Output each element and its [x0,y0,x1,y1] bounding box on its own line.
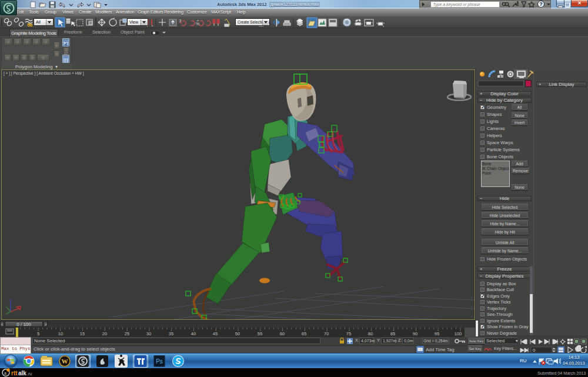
svg-text:80: 80 [368,331,373,336]
svg-text:100: 100 [455,331,462,336]
svg-text:85: 85 [390,331,395,336]
svg-text:35: 35 [169,331,173,336]
svg-text:40: 40 [191,331,196,336]
svg-text:15: 15 [80,331,85,336]
svg-text:%: % [196,22,199,26]
svg-text:W: W [62,358,68,365]
svg-text:rtt: rtt [11,370,18,376]
svg-text:5: 5 [37,331,39,336]
svg-text:65: 65 [302,331,306,336]
svg-text:.ru: .ru [27,372,32,376]
svg-text:50: 50 [235,331,240,336]
svg-text:30: 30 [146,331,151,336]
svg-text:20: 20 [102,331,107,336]
svg-text:95: 95 [435,331,439,336]
svg-text:?: ? [540,1,543,7]
svg-text:alk: alk [18,370,26,376]
svg-text:0: 0 [533,348,536,353]
svg-text:25: 25 [125,331,129,336]
svg-text:75: 75 [346,331,351,336]
svg-text:45: 45 [213,331,218,336]
svg-text:70: 70 [324,331,329,336]
svg-text:10: 10 [58,331,63,336]
svg-text:a: a [4,371,6,375]
svg-text:Ps: Ps [156,358,163,365]
svg-text:⦟: ⦟ [196,18,199,22]
svg-text:90: 90 [413,331,417,336]
svg-text:60: 60 [280,331,285,336]
svg-text:55: 55 [258,331,262,336]
